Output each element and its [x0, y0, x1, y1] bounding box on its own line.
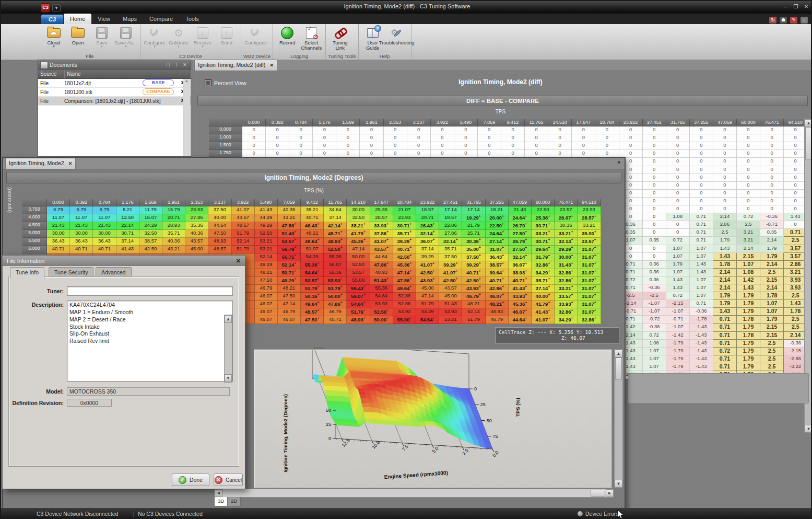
map-col-header[interactable]: 47.059	[509, 199, 532, 206]
selected-cell[interactable]: 2.14	[760, 261, 784, 269]
cell[interactable]: 0	[666, 229, 690, 237]
cell[interactable]: 0	[690, 205, 713, 213]
diff-col-header[interactable]: 2.353	[384, 119, 407, 126]
cell[interactable]: 51.43+	[370, 277, 393, 285]
cell[interactable]: 46.79	[486, 316, 509, 324]
cell[interactable]: 41.43+	[532, 308, 555, 316]
cell[interactable]: 2.5	[713, 229, 737, 237]
cell[interactable]: 0	[501, 134, 525, 142]
cell[interactable]: 0.72	[737, 213, 760, 221]
cell[interactable]: 21.43	[509, 206, 532, 214]
cell[interactable]: 0	[690, 126, 713, 134]
cell[interactable]: 45.00	[416, 285, 439, 293]
cell[interactable]: 0	[737, 205, 760, 213]
cell[interactable]: 32.14+	[509, 253, 532, 261]
cell[interactable]: 40.71+	[393, 246, 416, 253]
cell[interactable]: 33.93+	[370, 222, 393, 230]
cell[interactable]: 0	[713, 190, 737, 198]
cell[interactable]: 0	[737, 166, 760, 174]
cell[interactable]: 52.50+	[370, 308, 393, 316]
done-button[interactable]: ✓ Done	[172, 474, 209, 486]
plot-horizontal-scrollbar[interactable]: ◄►	[214, 489, 614, 498]
cell[interactable]: 41.43	[255, 206, 278, 214]
cell[interactable]: 49.64+	[301, 301, 324, 308]
cell[interactable]: 0	[289, 134, 313, 142]
map-col-header[interactable]: 37.255	[486, 199, 509, 206]
cell[interactable]: 0	[760, 182, 784, 190]
selected-cell[interactable]: 2.5	[760, 340, 784, 348]
cell[interactable]: 34.29+	[532, 269, 555, 277]
cell[interactable]: 0	[666, 174, 690, 182]
cell[interactable]: 0	[360, 134, 383, 142]
cell[interactable]: 0	[407, 126, 431, 134]
cell[interactable]: 46.07	[255, 301, 278, 308]
cell[interactable]: 47.86+	[278, 222, 301, 230]
cell[interactable]: 17.14	[462, 206, 485, 214]
cell[interactable]: 46.07	[255, 293, 278, 301]
cell[interactable]: 43.57	[185, 238, 208, 246]
cell[interactable]: 31.07+	[578, 253, 601, 261]
tab-3d[interactable]: 3D	[214, 497, 228, 506]
cell[interactable]: 48.21	[278, 285, 301, 293]
selected-cell[interactable]: 0.71	[713, 324, 737, 331]
selected-cell[interactable]: 1.43	[713, 253, 737, 261]
cell[interactable]: 0	[666, 190, 690, 198]
cell[interactable]: 38.93+	[509, 269, 532, 277]
cell[interactable]: 53.93	[370, 301, 393, 308]
cell[interactable]: -1.43	[690, 348, 713, 355]
selected-cell[interactable]: 1.79	[713, 300, 737, 308]
cell[interactable]: 42.50+	[393, 253, 416, 261]
selected-cell[interactable]: 1.79	[737, 348, 760, 355]
cell[interactable]: 37.14+	[532, 285, 555, 293]
cell[interactable]: 51.43	[439, 301, 462, 308]
diff-row-header[interactable]: 0.000	[209, 126, 242, 134]
cell[interactable]: 1.43	[666, 276, 690, 284]
cell[interactable]: 50.00+	[370, 316, 393, 324]
cell[interactable]: 0	[737, 182, 760, 190]
cell[interactable]: -1.43	[690, 324, 713, 331]
cell[interactable]: 0	[313, 126, 336, 134]
cell[interactable]: 52.14	[232, 238, 255, 246]
tab-ignition-timing-mode2[interactable]: Ignition Timing, Mode2✕	[5, 158, 76, 169]
cell[interactable]: 41.07+	[370, 238, 393, 246]
cell[interactable]: 1.07	[666, 245, 690, 253]
cell[interactable]: 50.00	[347, 253, 370, 261]
cell[interactable]: 32.86+	[578, 316, 601, 324]
cell[interactable]: 0	[666, 142, 690, 150]
cell[interactable]: 54.64	[370, 293, 393, 301]
cell[interactable]: 40.00+	[532, 293, 555, 301]
cell[interactable]: 0	[666, 205, 690, 213]
cell[interactable]: 0	[384, 142, 407, 150]
cell[interactable]: 52.14	[255, 253, 278, 261]
selected-cell[interactable]: 2.15	[737, 253, 760, 261]
cell[interactable]: 24.29	[139, 222, 162, 230]
cell[interactable]: 35.71+	[393, 230, 416, 238]
cell[interactable]: -0.36	[690, 308, 713, 316]
cell[interactable]: 54.64+	[347, 301, 370, 308]
cell[interactable]: 27.50+	[509, 230, 532, 238]
cell[interactable]: 51.79	[462, 316, 485, 324]
cell[interactable]: 21.43	[70, 222, 93, 230]
cell[interactable]: 0	[760, 174, 784, 182]
cell[interactable]: 52.14+	[278, 261, 301, 269]
cell[interactable]: 0	[501, 126, 525, 134]
selected-cell[interactable]: 2.5	[760, 269, 784, 276]
cell[interactable]: -1.79	[666, 340, 690, 348]
selected-cell[interactable]: 2.5	[760, 355, 784, 363]
cell[interactable]: -1.07	[643, 300, 666, 308]
cell[interactable]: 1.07	[666, 269, 690, 276]
cell[interactable]: 0	[737, 126, 760, 134]
cell[interactable]: 0.35	[760, 229, 784, 237]
selected-cell[interactable]: 1.08	[737, 269, 760, 276]
cell[interactable]: 47.50	[208, 230, 231, 238]
cell[interactable]: 30.71+	[393, 222, 416, 230]
close-button[interactable]: ✕	[802, 3, 811, 10]
cell[interactable]: -1.43	[690, 340, 713, 348]
map-col-header[interactable]: 31.765	[462, 199, 485, 206]
cell[interactable]: 2.14	[737, 245, 760, 253]
cell[interactable]: 30.00	[47, 230, 70, 238]
diff-col-header[interactable]: 37.255	[690, 119, 713, 126]
cell[interactable]: 1.79	[713, 237, 737, 245]
cell[interactable]: 0	[643, 142, 666, 150]
diff-col-header[interactable]: 1.961	[360, 119, 383, 126]
